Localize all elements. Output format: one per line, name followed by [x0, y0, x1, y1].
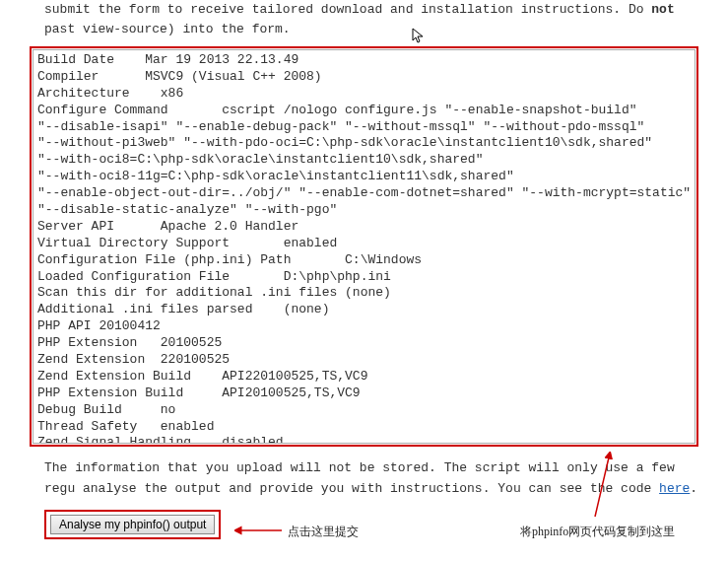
phpinfo-textarea-highlight: Build Date Mar 19 2013 22.13.49 Compiler…: [30, 46, 698, 447]
instruction-text-bottom: The information that you upload will not…: [0, 455, 728, 510]
annotation-left: 点击这里提交: [288, 524, 359, 540]
annotation-right: 将phpinfo网页代码复制到这里: [520, 524, 675, 540]
arrow-left-icon: [234, 525, 284, 536]
instruction-text-top: submit the form to receive tailored down…: [0, 0, 728, 46]
instruction-post: past view-source) into the form.: [44, 22, 291, 36]
instruction-bold: not: [651, 2, 674, 17]
phpinfo-textarea[interactable]: Build Date Mar 19 2013 22.13.49 Compiler…: [33, 49, 695, 444]
code-link[interactable]: here: [659, 481, 690, 496]
phpinfo-content: Build Date Mar 19 2013 22.13.49 Compiler…: [37, 52, 691, 444]
analyse-button[interactable]: Analyse my phpinfo() output: [50, 515, 215, 534]
button-highlight: Analyse my phpinfo() output: [44, 510, 221, 539]
instruction-bottom-post: .: [690, 481, 697, 496]
instruction-pre: submit the form to receive tailored down…: [44, 2, 651, 17]
instruction-bottom-pre: The information that you upload will not…: [44, 460, 675, 496]
